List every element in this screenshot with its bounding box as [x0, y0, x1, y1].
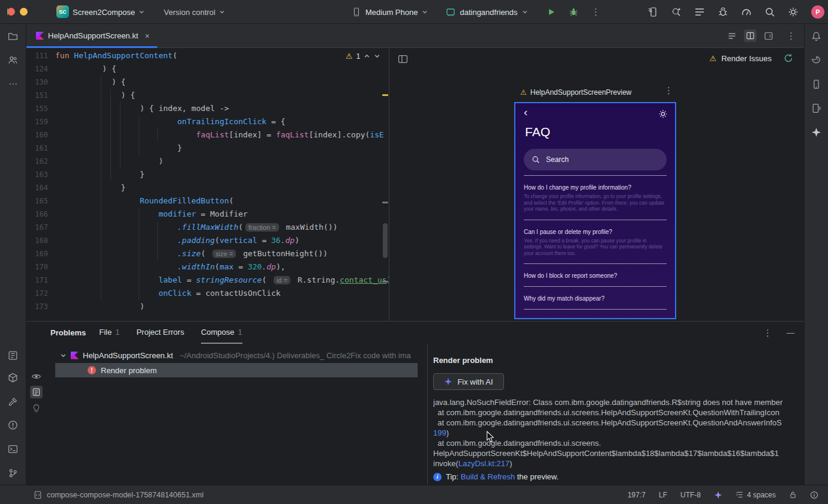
code-token: getButtonHeight()): [238, 249, 328, 258]
code-view-icon[interactable]: [727, 31, 737, 41]
code-line[interactable]: 155) { index, model ->: [26, 102, 389, 115]
app-insights-bug-icon[interactable]: [718, 7, 728, 17]
encoding-widget[interactable]: UTF-8: [680, 491, 701, 499]
code-line[interactable]: 159onTrailingIconClick = {: [26, 115, 389, 128]
device-manager-icon[interactable]: [811, 78, 823, 90]
line-separator-widget[interactable]: LF: [659, 491, 667, 499]
profiler-icon[interactable]: [741, 7, 752, 17]
preview-phone-frame[interactable]: ‹ FAQ Search How do I change my profile …: [514, 102, 676, 319]
vcs-widget[interactable]: Version control: [164, 0, 225, 24]
quickfix-bulb-icon[interactable]: [32, 404, 41, 415]
render-issues-button[interactable]: ⚠ Render Issues: [710, 53, 793, 63]
preview-layout-icon[interactable]: [398, 54, 408, 66]
project-tool-icon[interactable]: [7, 30, 19, 42]
line-number: 165: [30, 194, 48, 208]
build-tool-icon[interactable]: [7, 395, 19, 407]
split-view-icon[interactable]: [744, 29, 757, 42]
problems-tab-file[interactable]: File1: [99, 322, 119, 344]
code-line[interactable]: 124) {: [26, 62, 389, 76]
problems-tab-project-errors[interactable]: Project Errors: [136, 322, 184, 344]
gemini-sparkle-icon[interactable]: [811, 126, 823, 138]
build-refresh-link[interactable]: Build & Refresh: [461, 472, 515, 481]
code-editor[interactable]: 111fun HelpAndSupportContent(124) {130) …: [26, 48, 389, 321]
design-view-icon[interactable]: [764, 31, 773, 41]
editor-scrollbar[interactable]: [383, 223, 388, 258]
run-config-icon: [446, 7, 455, 17]
minimize-window-button[interactable]: [20, 8, 28, 16]
caret-position-widget[interactable]: 197:7: [628, 491, 646, 499]
indent-widget[interactable]: 4 spaces: [736, 491, 776, 499]
stack-link[interactable]: LazyDsl.kt:217: [458, 459, 509, 468]
app-inspection-tool-icon[interactable]: [7, 371, 19, 383]
code-line[interactable]: 160faqList[index] = faqList[index].copy(…: [26, 128, 389, 142]
code-token: [index].copy(: [309, 130, 370, 139]
prev-warning-icon[interactable]: [364, 53, 370, 59]
settings-gear-icon[interactable]: [788, 7, 799, 17]
hide-panel-icon[interactable]: —: [787, 328, 794, 337]
user-avatar[interactable]: P: [811, 5, 824, 19]
gradle-tool-icon[interactable]: [811, 54, 823, 66]
code-line[interactable]: 168.padding(vertical = 36.dp): [26, 234, 389, 247]
preview-options-kebab[interactable]: ⋮: [664, 85, 673, 96]
chevron-down-icon[interactable]: [60, 352, 67, 359]
next-warning-icon[interactable]: [374, 53, 380, 59]
code-line[interactable]: 165RoundedFilledButton(: [26, 194, 389, 208]
code-line[interactable]: 164}: [26, 181, 389, 194]
debug-button[interactable]: [569, 7, 578, 17]
logcat-icon[interactable]: [694, 7, 705, 17]
code-line[interactable]: 111fun HelpAndSupportContent(: [26, 49, 389, 62]
problems-tool-icon[interactable]: [7, 419, 19, 431]
device-selector[interactable]: Medium Phone: [365, 8, 418, 17]
more-actions-kebab[interactable]: ⋮: [592, 7, 601, 17]
version-control-tool-icon[interactable]: [7, 467, 19, 479]
fix-with-ai-button[interactable]: Fix with AI: [433, 373, 504, 390]
code-line[interactable]: 173): [26, 300, 389, 313]
code-line[interactable]: 172onClick = contactUsOnClick: [26, 287, 389, 300]
code-line[interactable]: 151) {: [26, 89, 389, 102]
inspection-widget[interactable]: ⚠ 1: [346, 52, 380, 61]
gemini-status-sparkle-icon[interactable]: [714, 491, 722, 499]
device-mirroring-icon[interactable]: [647, 7, 658, 17]
code-line[interactable]: 169.size( size = getButtonHeight()): [26, 247, 389, 260]
stack-line: invoke(LazyDsl.kt:217): [433, 458, 804, 469]
code-line[interactable]: 162): [26, 155, 389, 168]
faq-answer: To change your profile information, go t…: [524, 193, 667, 212]
close-tab-icon[interactable]: ×: [145, 31, 149, 41]
code-line[interactable]: 167.fillMaxWidth(fraction = maxWidth()): [26, 221, 389, 234]
collaboration-tool-icon[interactable]: [7, 54, 19, 66]
terminal-tool-icon[interactable]: [7, 443, 19, 455]
panel-options-kebab[interactable]: ⋮: [763, 328, 772, 338]
code-line[interactable]: 171label = stringResource( id = R.string…: [26, 274, 389, 287]
more-tool-windows-icon[interactable]: ⋯: [7, 78, 19, 90]
running-devices-icon[interactable]: [811, 102, 823, 114]
fullscreen-window-button[interactable]: [7, 8, 8, 16]
code-line[interactable]: 163}: [26, 168, 389, 181]
info-icon[interactable]: [810, 491, 818, 499]
problems-splitter[interactable]: [427, 344, 428, 485]
lock-icon[interactable]: [789, 491, 797, 499]
code-line[interactable]: 170.widthIn(max = 320.dp),: [26, 260, 389, 274]
code-line[interactable]: 166modifier = Modifier: [26, 208, 389, 221]
run-button[interactable]: [547, 8, 556, 16]
stack-link[interactable]: 199: [433, 428, 446, 437]
tab-helpandsupportscreen[interactable]: HelpAndSupportScreen.kt ×: [26, 24, 157, 48]
close-window-button[interactable]: [7, 8, 15, 16]
code-line[interactable]: 161}: [26, 142, 389, 155]
preview-problems-eye-icon[interactable]: [31, 371, 41, 383]
problems-file-node[interactable]: HelpAndSupportScreen.kt ~/AndroidStudioP…: [48, 347, 427, 363]
code-line[interactable]: 130) {: [26, 76, 389, 89]
problems-tab-compose[interactable]: Compose1: [201, 322, 242, 344]
tab-options-kebab[interactable]: ⋮: [787, 31, 796, 41]
statusbar-file-widget[interactable]: compose-compose-model-1758748140651.xml: [34, 491, 203, 499]
preview-toolbar: ⚠ Render Issues: [389, 48, 804, 71]
notifications-bell-icon[interactable]: [811, 30, 823, 42]
ai-assistant-icon[interactable]: [671, 7, 682, 17]
render-problem-node[interactable]: ! Render problem: [55, 363, 418, 377]
preview-card-label[interactable]: ⚠ HelpAndSupportScreenPreview: [520, 86, 632, 98]
view-mode-icon[interactable]: [30, 386, 43, 398]
search-icon[interactable]: [764, 7, 775, 17]
refresh-icon[interactable]: [784, 53, 793, 63]
run-config-selector[interactable]: datingandfriends: [460, 8, 517, 17]
layout-inspector-tool-icon[interactable]: [7, 349, 19, 361]
project-selector[interactable]: Screen2Compose: [73, 0, 145, 24]
